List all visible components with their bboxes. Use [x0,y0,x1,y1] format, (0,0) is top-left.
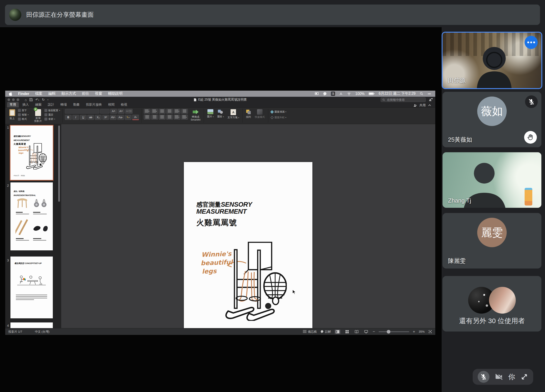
new-slide-button[interactable]: 新增投影片 [33,109,43,123]
font-color-button[interactable]: A▾ [132,115,139,120]
superscript-button[interactable]: X² [102,115,109,120]
menu-help[interactable]: 輔助說明 [108,91,123,96]
tab-transitions[interactable]: 轉場 [58,102,70,107]
change-case-button[interactable]: Aa▾ [117,115,124,120]
comments-button[interactable]: 註解 [320,330,331,334]
window-minimize-button[interactable] [12,98,15,101]
justify-button[interactable] [166,115,173,120]
insert-textbox-button[interactable]: A 文字方塊 ▾ [227,109,240,120]
menu-window[interactable]: 視窗 [95,91,102,96]
thumbnail-scrollbar[interactable] [58,126,60,202]
zoom-out-button[interactable]: − [373,330,375,334]
overflow-participants-tile[interactable]: 還有另外 30 位使用者 [443,276,541,331]
align-text-button[interactable]: ▾ [181,115,188,120]
tab-design[interactable]: 設計 [45,102,57,107]
window-close-button[interactable] [7,98,10,101]
apple-menu-icon[interactable] [9,92,12,96]
notes-button[interactable]: 備忘稿 [303,330,317,334]
menubar-app-name[interactable]: Finder [18,92,29,96]
camera-off-icon[interactable] [495,373,503,381]
clear-format-button[interactable]: A⌫ [125,109,133,114]
zoom-slider[interactable] [379,331,409,332]
highlight-button[interactable]: ✎▾ [125,115,131,120]
slide-thumbnail-2[interactable]: 成分／材料表 INGREDIENT/MATERIAL [10,182,53,250]
shape-outline-button[interactable]: 圖案外框▾ [271,116,286,119]
spatial-audio-icon[interactable] [339,92,343,96]
insert-picture-button[interactable]: 圖片 ▾ [206,109,214,119]
menu-file[interactable]: 檔案 [35,91,42,96]
share-contact-icon[interactable] [428,98,433,102]
menu-edit[interactable]: 編輯 [48,91,56,96]
menu-go[interactable]: 前往 [82,91,89,96]
underline-button[interactable]: U [80,115,87,120]
slide-canvas[interactable]: 感官測量SENSORY MEASUREMENT 火雞罵罵號 作者名字： 黃薇如 [184,162,312,328]
character-spacing-button[interactable]: AV▾ [110,115,117,120]
qat-overflow-icon[interactable]: ▾ [47,99,48,101]
expand-icon[interactable] [520,373,528,381]
copy-button[interactable]: 複製▾ [18,113,29,116]
shrink-font-button[interactable]: A˅ [118,109,124,114]
redo-icon[interactable]: ↻ [42,98,45,102]
language-status[interactable]: 中文 (台灣) [35,330,50,334]
section-button[interactable]: 章節▾ [44,117,60,121]
line-spacing-button[interactable]: ▾ [174,109,180,114]
slide-thumbnail-1[interactable]: 感官測量SENSORY MEASUREMENT 火雞罵罵號 作者名字： 黃薇如 [10,125,54,181]
strikethrough-button[interactable]: ab [87,115,94,120]
menu-view[interactable]: 顯示方式 [62,91,76,96]
quick-styles-button[interactable]: 快速樣式 [254,109,266,119]
tab-insert[interactable]: 插入 [20,102,31,107]
align-center-button[interactable] [151,115,158,120]
zoom-level[interactable]: 35% [419,330,425,333]
format-painter-button[interactable]: 格式 [18,117,29,121]
presentation-search[interactable] [381,98,426,102]
slide-thumbnail-3[interactable]: 概念與設定 CONCEPT/SET-UP [10,257,53,318]
text-direction-button[interactable]: ▾ [174,115,180,120]
input-method-icon[interactable]: 注 [331,92,335,96]
normal-view-button[interactable] [334,330,341,334]
more-options-button[interactable] [525,36,538,49]
collapse-ribbon-icon[interactable] [428,104,431,107]
participant-tile-zhang[interactable]: Zhang Tj [443,152,541,208]
slideshow-button[interactable] [363,330,369,334]
smartart-button[interactable]: 轉換成SmartArt [190,109,201,122]
participant-tile-huang[interactable]: 薇如 25黃薇如 [443,92,541,147]
undo-icon[interactable]: ↶▾ [35,98,39,102]
numbering-button[interactable]: ▾ [151,109,158,114]
chat-status-icon[interactable] [323,92,327,96]
tab-animations[interactable]: 動畫 [70,102,82,107]
reset-button[interactable]: 重設 [44,113,60,116]
fit-slide-button[interactable] [428,330,432,334]
bold-button[interactable]: B [65,115,72,120]
font-size-select[interactable] [100,109,110,114]
control-center-icon[interactable]: ≔ [427,92,432,96]
grow-font-button[interactable]: A˄ [110,109,117,114]
paste-button[interactable]: 貼上 [8,109,16,121]
shape-fill-button[interactable]: 圖案填滿▾ [271,110,286,114]
slide-sorter-view-button[interactable] [344,330,350,334]
spotlight-icon[interactable] [420,92,423,96]
reading-view-button[interactable] [354,330,359,334]
zoom-in-button[interactable]: + [413,330,415,334]
columns-button[interactable] [181,109,188,114]
increase-indent-button[interactable] [166,109,173,114]
tab-view[interactable]: 檢視 [118,102,130,107]
insert-shapes-button[interactable]: 圖形 ▾ [217,109,225,119]
tab-home[interactable]: 常用 [7,102,19,107]
menubar-clock[interactable]: 6月22日 週二 下午2:29 [379,91,415,96]
bullets-button[interactable]: ▾ [144,109,150,114]
display-status-icon[interactable] [315,92,319,96]
participant-tile-tian[interactable]: 田倧源 [442,32,542,89]
save-icon[interactable] [30,98,33,101]
search-input[interactable] [387,98,421,102]
font-name-select[interactable] [65,109,99,114]
align-left-button[interactable] [144,115,150,120]
align-right-button[interactable] [159,115,166,120]
window-zoom-button[interactable] [17,98,19,101]
decrease-indent-button[interactable] [159,109,166,114]
subscript-button[interactable]: X₂ [95,115,102,120]
home-icon[interactable]: ⌂ [25,98,27,102]
layout-button[interactable]: 版面配置▾ [44,109,60,112]
slide-thumbnail-4[interactable] [10,322,53,328]
zoom-slider-knob[interactable] [387,330,390,334]
cut-button[interactable]: 剪下 [18,109,29,112]
